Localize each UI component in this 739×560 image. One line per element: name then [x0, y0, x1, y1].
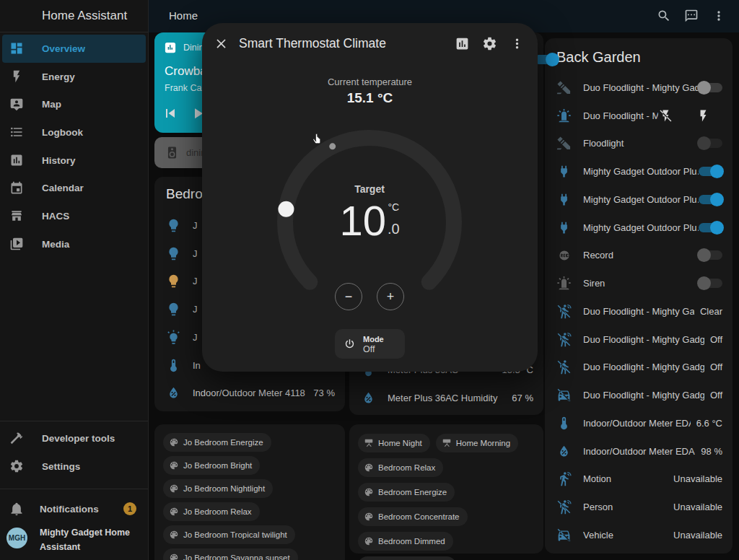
scene-chip-jo-bedroom-nightlight[interactable]: Jo Bedroom Nightlight [163, 479, 273, 498]
back-garden-entity-list: Duo Floodlight - Mighty Gad…Duo Floodlig… [545, 74, 733, 549]
toggle-off[interactable] [699, 83, 722, 92]
scene-chip-jo-bedroom-savanna-sunset[interactable]: Jo Bedroom Savanna sunset [163, 548, 298, 560]
scene-chip-label: Bedroom Energize [378, 488, 447, 496]
decrease-temperature-button[interactable]: − [335, 283, 362, 310]
entity-row-duo-floodlight-mighty-gadget[interactable]: Duo Floodlight - Mighty Gadget …Off [545, 325, 733, 354]
toggle-on[interactable] [699, 195, 722, 204]
scene-chip-home-night[interactable]: Home Night [358, 434, 430, 452]
menu-toggle-icon[interactable] [9, 9, 25, 25]
mode-button[interactable]: Mode Off [335, 329, 405, 359]
view-dashboard-icon [9, 41, 24, 56]
notification-badge: 1 [123, 502, 136, 515]
dots-vertical-icon[interactable] [510, 36, 525, 51]
toggle-on[interactable] [699, 223, 722, 232]
sidebar-item-overview[interactable]: Overview [2, 35, 146, 63]
list-icon [9, 125, 24, 139]
entity-row-record[interactable]: Record [545, 242, 733, 270]
sidebar-item-history[interactable]: History [2, 146, 146, 175]
sidebar-item-map[interactable]: Map [2, 90, 146, 118]
entity-row-indoor-outdoor-meter-eda4-h[interactable]: Indoor/Outdoor Meter EDA4 H…98 % [545, 437, 733, 465]
sidebar-item-label: History [42, 155, 76, 166]
entity-row-duo-floodlight-mighty-gad[interactable]: Duo Floodlight - Mighty Gad… [545, 74, 733, 102]
sidebar-item-developer-tools[interactable]: Developer tools [2, 424, 146, 452]
sidebar-item-notifications[interactable]: Notifications 1 [0, 495, 148, 522]
magnify-icon[interactable] [657, 9, 671, 23]
chart-box-icon [9, 153, 24, 167]
entity-state: Off [710, 362, 722, 372]
chart-box-icon[interactable] [455, 36, 470, 51]
scene-chip-jo-bedroom-tropical-twilight[interactable]: Jo Bedroom Tropical twilight [163, 525, 295, 544]
scene-chip-label: Jo Bedroom Energize [183, 438, 263, 447]
entity-row-person[interactable]: PersonUnavailable [545, 493, 733, 521]
tab-home[interactable]: Home [169, 9, 198, 22]
entity-row-mighty-gadget-outdoor-plu[interactable]: Mighty Gadget Outdoor Plu… [545, 157, 733, 185]
plug-icon [556, 220, 572, 235]
entity-row-floodlight[interactable]: Floodlight [545, 130, 733, 158]
entity-row-siren[interactable]: Siren [545, 269, 733, 297]
entity-name: Indoor/Outdoor Meter EDA4 H… [583, 446, 695, 457]
palette-icon [169, 507, 179, 517]
palette-icon [169, 530, 179, 540]
entity-name: Siren [583, 278, 699, 289]
flash-off-icon[interactable] [658, 109, 673, 123]
scene-chip-bedroom-energize[interactable]: Bedroom Energize [358, 483, 455, 502]
entity-row-mighty-gadget-outdoor-plu[interactable]: Mighty Gadget Outdoor Plu… [545, 214, 733, 242]
dialog-actions [455, 36, 525, 51]
scene-chip-bedroom-relax[interactable]: Bedroom Relax [358, 458, 443, 477]
media-card-header: Dinin [164, 41, 204, 54]
sidebar-item-energy[interactable]: Energy [2, 63, 146, 91]
toggle-on[interactable] [699, 167, 722, 176]
entity-row-duo-floodlight-mighty-gadget[interactable]: Duo Floodlight - Mighty Gadget …Off [545, 354, 733, 382]
entity-row-duo-floodlight-migh[interactable]: Duo Floodlight - Migh… [545, 102, 733, 130]
sidebar-nav: OverviewEnergyMapLogbookHistoryCalendarH… [0, 35, 148, 258]
close-icon[interactable] [214, 36, 229, 51]
current-temperature-value: 15.1 °C [202, 90, 538, 106]
scene-chip-label: Jo Bedroom Savanna sunset [183, 554, 290, 560]
sidebar-item-calendar[interactable]: Calendar [2, 174, 146, 202]
scene-chip-bedroom-dimmed[interactable]: Bedroom Dimmed [358, 532, 453, 551]
message-icon[interactable] [684, 9, 699, 23]
entity-row-motion[interactable]: MotionUnavailable [545, 465, 733, 494]
palette-icon [169, 553, 179, 560]
entity-name: Floodlight [583, 138, 699, 149]
sidebar-header: Home Assistant [0, 0, 148, 32]
entity-name: Duo Floodlight - Mighty Gadget … [583, 390, 704, 401]
scene-chip-bedroom-bedroom[interactable]: Bedroom Bedroom [358, 556, 456, 560]
scene-chip-jo-bedroom-bright[interactable]: Jo Bedroom Bright [163, 456, 260, 475]
scene-chip-bedroom-concentrate[interactable]: Bedroom Concentrate [358, 507, 468, 526]
entity-row-vehicle[interactable]: VehicleUnavailable [545, 521, 733, 549]
entity-row-duo-floodlight-mighty-gadge[interactable]: Duo Floodlight - Mighty Gadge…Clear [545, 297, 733, 325]
profile-name: Mighty Gadget Home Assistant [40, 525, 141, 554]
sidebar-item-logbook[interactable]: Logbook [2, 118, 146, 146]
entity-row-indoor-outdoor-meter-eda4[interactable]: Indoor/Outdoor Meter EDA46.6 °C [545, 409, 733, 437]
entity-name: Duo Floodlight - Migh… [583, 110, 658, 121]
entity-row-meter-plus-36ac-humidity[interactable]: Meter Plus 36AC Humidity67 % [349, 384, 543, 412]
gear-icon[interactable] [482, 36, 497, 51]
entity-row-duo-floodlight-mighty-gadget[interactable]: Duo Floodlight - Mighty Gadget …Off [545, 381, 733, 409]
toggle-off-dim[interactable] [699, 250, 722, 260]
scene-chip-home-morning[interactable]: Home Morning [436, 434, 518, 452]
entity-name: Record [583, 250, 699, 261]
sidebar-item-hacs[interactable]: HACS [2, 202, 146, 230]
palette-icon [364, 536, 374, 546]
map-account-icon [9, 97, 24, 112]
entity-row-indoor-outdoor-meter-4118-h[interactable]: Indoor/Outdoor Meter 4118 H…73 % [154, 380, 345, 408]
increase-temperature-button[interactable]: + [377, 283, 404, 310]
motion-off-icon [556, 304, 572, 319]
scene-chip-jo-bedroom-energize[interactable]: Jo Bedroom Energize [163, 433, 271, 452]
gear-icon [9, 459, 24, 473]
thermometer-icon [556, 416, 572, 431]
sidebar-item-settings[interactable]: Settings [2, 452, 146, 481]
sidebar-item-media[interactable]: Media [2, 230, 146, 258]
speaker-icon [165, 146, 179, 159]
toggle-off-dim[interactable] [699, 279, 722, 288]
skip-previous-icon[interactable] [162, 105, 179, 122]
dots-vertical-icon[interactable] [712, 9, 726, 23]
scene-chip-jo-bedroom-relax[interactable]: Jo Bedroom Relax [163, 502, 260, 521]
entity-row-mighty-gadget-outdoor-plu[interactable]: Mighty Gadget Outdoor Plu… [545, 185, 733, 214]
bedroom-scenes-card: Jo Bedroom EnergizeJo Bedroom BrightJo B… [154, 424, 345, 560]
flash-icon[interactable] [696, 109, 711, 123]
media-controls [162, 105, 206, 122]
toggle-off-dark[interactable] [699, 139, 722, 148]
mouse-cursor [310, 131, 323, 146]
